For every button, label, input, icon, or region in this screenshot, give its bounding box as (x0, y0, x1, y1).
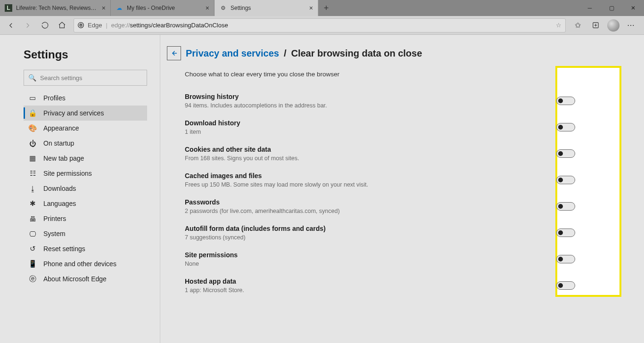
option-row: Browsing history94 items. Includes autoc… (185, 90, 581, 116)
tab-onedrive[interactable]: ☁ My files - OneDrive × (111, 0, 215, 16)
option-desc: 94 items. Includes autocompletions in th… (185, 102, 556, 109)
toggle-passwords[interactable] (556, 202, 575, 211)
close-icon[interactable]: × (309, 4, 313, 12)
option-row: Cached images and filesFrees up 150 MB. … (185, 169, 581, 196)
option-title: Browsing history (185, 93, 556, 100)
toggle-cache[interactable] (556, 176, 575, 184)
profile-icon: ▭ (28, 94, 37, 102)
option-row: Cookies and other site dataFrom 168 site… (185, 143, 581, 169)
option-desc: 2 passwords (for live.com, amerihealthca… (185, 208, 556, 214)
tab-title: My files - OneDrive (127, 5, 202, 11)
toggle-download-history[interactable] (556, 123, 575, 131)
cloud-icon: ☁ (116, 4, 123, 12)
content: Settings 🔍 ▭Profiles 🔒Privacy and servic… (0, 35, 644, 343)
option-title: Autofill form data (includes forms and c… (185, 225, 556, 232)
url-scheme: edge:// (111, 22, 130, 29)
address-bar[interactable]: ⓔ Edge | edge://settings/clearBrowsingDa… (74, 18, 566, 33)
separator: | (106, 22, 107, 29)
profile-avatar[interactable] (605, 18, 621, 33)
option-row: Autofill form data (includes forms and c… (185, 222, 581, 248)
option-desc: Frees up 150 MB. Some sites may load mor… (185, 181, 556, 188)
clear-options-list: Browsing history94 items. Includes autoc… (185, 90, 581, 301)
search-input[interactable] (24, 70, 147, 86)
breadcrumb-current: Clear browsing data on close (291, 48, 422, 59)
new-tab-button[interactable]: + (318, 0, 334, 16)
section-intro: Choose what to clear every time you clos… (185, 71, 625, 78)
option-desc: 7 suggestions (synced) (185, 234, 556, 241)
option-title: Cookies and other site data (185, 146, 556, 153)
star-outline-icon[interactable]: ☆ (556, 22, 561, 29)
refresh-button[interactable] (37, 18, 53, 33)
tab-title: Settings (231, 5, 305, 11)
toggle-autofill[interactable] (556, 229, 575, 237)
nav-printers[interactable]: 🖶Printers (24, 211, 147, 226)
power-icon: ⏻ (28, 139, 37, 147)
nav-about[interactable]: ⓔAbout Microsoft Edge (24, 271, 147, 286)
settings-nav: ▭Profiles 🔒Privacy and services 🎨Appeara… (24, 90, 150, 286)
nav-downloads[interactable]: ⭳Downloads (24, 181, 147, 196)
option-title: Cached images and files (185, 172, 556, 180)
url-path: settings/clearBrowsingDataOnClose (130, 22, 228, 29)
tab-title: Lifewire: Tech News, Reviews, He (16, 5, 98, 11)
reset-icon: ↺ (28, 245, 37, 253)
settings-heading: Settings (24, 48, 150, 61)
option-row: Site permissionsNone (185, 248, 581, 275)
nav-privacy[interactable]: 🔒Privacy and services (24, 106, 147, 121)
lock-icon: 🔒 (28, 109, 37, 117)
nav-newtab[interactable]: ▦New tab page (24, 151, 147, 166)
palette-icon: 🎨 (28, 124, 37, 132)
option-desc: From 168 sites. Signs you out of most si… (185, 155, 556, 162)
close-window-button[interactable]: ✕ (622, 0, 644, 16)
nav-languages[interactable]: ✱Languages (24, 196, 147, 211)
close-icon[interactable]: × (206, 4, 209, 12)
download-icon: ⭳ (28, 185, 37, 193)
favicon-lifewire: L (5, 4, 12, 12)
edge-icon: ⓔ (78, 21, 84, 30)
toggle-browsing-history[interactable] (556, 97, 575, 105)
nav-reset[interactable]: ↺Reset settings (24, 241, 147, 256)
collections-button[interactable] (587, 18, 603, 33)
more-button[interactable]: ⋯ (623, 18, 639, 33)
option-title: Download history (185, 119, 556, 127)
window-controls: ─ ▢ ✕ (579, 0, 644, 16)
option-title: Passwords (185, 198, 556, 206)
maximize-button[interactable]: ▢ (601, 0, 622, 16)
identity-label: Edge (88, 22, 102, 29)
option-desc: None (185, 261, 556, 267)
gear-icon: ⚙ (219, 4, 227, 12)
minimize-button[interactable]: ─ (579, 0, 601, 16)
tab-settings[interactable]: ⚙ Settings × (215, 0, 318, 16)
system-icon: 🖵 (28, 230, 37, 238)
option-desc: 1 item (185, 129, 556, 135)
option-title: Site permissions (185, 251, 556, 259)
titlebar: L Lifewire: Tech News, Reviews, He × ☁ M… (0, 0, 644, 16)
printer-icon: 🖶 (28, 215, 37, 223)
nav-profiles[interactable]: ▭Profiles (24, 90, 147, 106)
breadcrumb-back-button[interactable] (167, 46, 181, 60)
close-icon[interactable]: × (102, 4, 106, 12)
favorites-button[interactable]: ✩ (570, 18, 586, 33)
toggle-cookies[interactable] (556, 149, 575, 158)
breadcrumb-link[interactable]: Privacy and services (186, 48, 279, 59)
permissions-icon: ☷ (28, 169, 37, 178)
forward-button[interactable] (20, 18, 36, 33)
toggle-site-permissions[interactable] (556, 255, 575, 263)
main-panel: Privacy and services / Clear browsing da… (160, 35, 644, 343)
nav-system[interactable]: 🖵System (24, 226, 147, 241)
phone-icon: 📱 (28, 260, 37, 268)
edge-icon: ⓔ (28, 275, 37, 284)
back-button[interactable] (3, 18, 19, 33)
toggle-hosted-app-data[interactable] (556, 281, 575, 290)
home-button[interactable] (54, 18, 70, 33)
language-icon: ✱ (28, 199, 37, 208)
nav-permissions[interactable]: ☷Site permissions (24, 166, 147, 181)
option-desc: 1 app: Microsoft Store. (185, 287, 556, 294)
nav-devices[interactable]: 📱Phone and other devices (24, 256, 147, 271)
settings-sidebar: Settings 🔍 ▭Profiles 🔒Privacy and servic… (0, 35, 160, 343)
nav-appearance[interactable]: 🎨Appearance (24, 121, 147, 136)
newtab-icon: ▦ (28, 154, 37, 163)
nav-startup[interactable]: ⏻On startup (24, 136, 147, 151)
breadcrumb: Privacy and services / Clear browsing da… (167, 46, 625, 60)
tab-lifewire[interactable]: L Lifewire: Tech News, Reviews, He × (0, 0, 111, 16)
toolbar: ⓔ Edge | edge://settings/clearBrowsingDa… (0, 16, 644, 35)
